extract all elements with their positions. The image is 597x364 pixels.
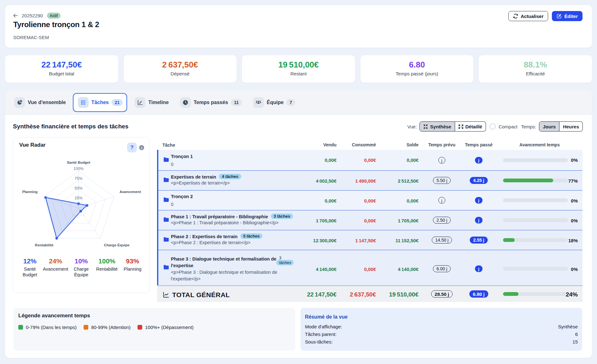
svg-text:Rentabilité: Rentabilité [35, 243, 54, 247]
svg-text:75%: 75% [74, 176, 82, 181]
svg-text:Charge Équipe: Charge Équipe [104, 243, 129, 247]
svg-text:100%: 100% [73, 167, 84, 171]
svg-text:Planning: Planning [22, 190, 38, 194]
svg-text:Avancement: Avancement [120, 190, 141, 194]
svg-text:50%: 50% [74, 186, 82, 191]
svg-text:Santé Budget: Santé Budget [67, 161, 90, 164]
svg-text:25%: 25% [74, 196, 82, 200]
